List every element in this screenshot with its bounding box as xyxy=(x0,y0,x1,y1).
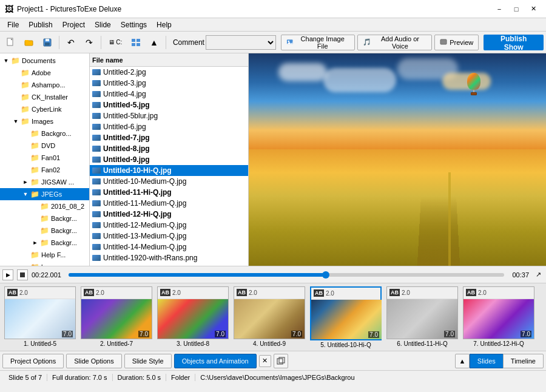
svg-rect-9 xyxy=(132,43,135,46)
sort-button[interactable]: ▲ xyxy=(146,34,163,51)
publish-show-button[interactable]: Publish Show xyxy=(484,35,544,50)
film-duration: 7.0 xyxy=(444,331,455,337)
prev-arrow-button[interactable]: ▲ xyxy=(455,354,470,368)
close-button[interactable]: ✕ xyxy=(525,3,541,15)
view-button[interactable] xyxy=(127,34,144,51)
undo-button[interactable]: ↶ xyxy=(62,34,79,51)
filmstrip-item[interactable]: AB 2.0 7.0 3. Untitled-8 xyxy=(157,286,229,348)
file-item[interactable]: Untitled-6.jpg xyxy=(90,121,248,132)
tree-item-jpegs[interactable]: ▼ 📁 JPEGs xyxy=(0,188,89,200)
file-name: Untitled-5blur.jpg xyxy=(103,112,158,120)
file-item[interactable]: Untitled-10-Hi-Q.jpg xyxy=(90,165,248,176)
maximize-button[interactable]: □ xyxy=(508,3,524,15)
film-thumb-container: AB 2.0 7.0 xyxy=(463,286,534,339)
file-item[interactable]: Untitled-8.jpg xyxy=(90,143,248,154)
progress-bar[interactable] xyxy=(69,273,504,277)
save-button[interactable] xyxy=(39,34,56,51)
file-item[interactable]: Untitled-12-Hi-Q.jpg xyxy=(90,209,248,220)
film-thumb: 7.0 xyxy=(311,300,382,339)
filmstrip-item[interactable]: AB 2.0 7.0 4. Untitled-9 xyxy=(233,286,306,348)
menu-settings[interactable]: Settings xyxy=(116,19,152,30)
tree-item-backgro[interactable]: 📁 Backgro... xyxy=(0,127,89,140)
film-thumb: 7.0 xyxy=(463,299,534,339)
toolbar: ↶ ↷ 🖥 C: ▲ Comment Change Image File 🎵 A… xyxy=(0,32,546,53)
film-num: 2.0 xyxy=(172,289,181,296)
film-thumb-container: AB 2.0 7.0 xyxy=(81,286,152,339)
filmstrip-scroll[interactable]: AB 2.0 7.0 1. Untitled-5 AB 2.0 7.0 2. U… xyxy=(4,286,542,348)
menu-project[interactable]: Project xyxy=(58,19,90,30)
filmstrip-item[interactable]: AB 2.0 7.0 7. Untitled-12-Hi-Q xyxy=(462,286,535,348)
svg-rect-3 xyxy=(25,40,29,41)
tree-item-fan01[interactable]: 📁 Fan01 xyxy=(0,152,89,164)
minimize-button[interactable]: − xyxy=(491,3,507,15)
tree-item-jigsaw[interactable]: ► 📁 JIGSAW ... xyxy=(0,176,89,188)
file-item[interactable]: Untitled-5blur.jpg xyxy=(90,110,248,121)
file-tree-panel[interactable]: ▼ 📁 Documents 📁 Adobe 📁 Ashampo... 📁 CK_… xyxy=(0,53,90,266)
file-item[interactable]: Untitled-10-Medium-Q.jpg xyxy=(90,176,248,187)
menu-bar: File Publish Project Slide Settings Help xyxy=(0,18,546,32)
tree-item-helpf[interactable]: 📁 Help F... xyxy=(0,249,89,261)
objects-animation-button[interactable]: Objects and Animation xyxy=(174,354,257,368)
project-options-button[interactable]: Project Options xyxy=(2,354,64,368)
file-list-panel[interactable]: File name Untitled-2.jpgUntitled-3.jpgUn… xyxy=(90,53,249,266)
tree-item-loan[interactable]: 📁 loan xyxy=(0,261,89,266)
file-item[interactable]: Untitled-12-Medium-Q.jpg xyxy=(90,220,248,231)
slide-style-button[interactable]: Slide Style xyxy=(124,354,172,368)
file-item[interactable]: Untitled-1920-with-tRans.png xyxy=(90,252,248,263)
expand-button[interactable]: ↗ xyxy=(533,269,544,280)
filmstrip-item[interactable]: AB 2.0 7.0 2. Untitled-7 xyxy=(80,286,153,348)
film-duration: 7.0 xyxy=(215,331,226,337)
file-item[interactable]: Untitled-4.jpg xyxy=(90,89,248,100)
menu-help[interactable]: Help xyxy=(152,19,177,30)
duplicate-button[interactable] xyxy=(274,354,288,368)
filmstrip-item[interactable]: AB 2.0 7.0 6. Untitled-11-Hi-Q xyxy=(386,286,459,348)
file-icon xyxy=(92,69,101,75)
tree-item-2016[interactable]: 📁 2016_08_2 xyxy=(0,200,89,212)
film-label: 2. Untitled-7 xyxy=(100,340,133,347)
file-item[interactable]: Untitled-2.jpg xyxy=(90,67,248,78)
file-item[interactable]: Untitled-13-Medium-Q.jpg xyxy=(90,231,248,242)
menu-publish[interactable]: Publish xyxy=(24,19,57,30)
open-button[interactable] xyxy=(21,34,38,51)
svg-rect-16 xyxy=(279,357,285,363)
film-header: AB 2.0 xyxy=(81,287,152,299)
file-item[interactable]: Untitled-9.jpg xyxy=(90,154,248,165)
file-item[interactable]: Untitled-11-Medium-Q.jpg xyxy=(90,198,248,209)
filmstrip-item[interactable]: AB 2.0 7.0 1. Untitled-5 xyxy=(4,286,76,348)
timeline-button[interactable]: Timeline xyxy=(503,354,544,368)
close-tab-button[interactable]: ✕ xyxy=(259,355,271,367)
file-item[interactable]: Untitled-3.jpg xyxy=(90,78,248,89)
stop-button[interactable] xyxy=(17,269,28,280)
comment-input[interactable] xyxy=(206,35,276,50)
file-icon xyxy=(92,222,101,228)
redo-button[interactable]: ↷ xyxy=(81,34,98,51)
film-label: 6. Untitled-11-Hi-Q xyxy=(397,340,447,347)
tree-item-images[interactable]: ▼ 📁 Images xyxy=(0,115,89,127)
tree-item-cyberlink[interactable]: 📁 CyberLink xyxy=(0,103,89,115)
slides-button[interactable]: Slides xyxy=(470,354,504,368)
change-image-button[interactable]: Change Image File xyxy=(281,35,355,50)
tree-item-backgr3[interactable]: ► 📁 Backgr... xyxy=(0,237,89,249)
menu-slide[interactable]: Slide xyxy=(90,19,116,30)
tree-item-ck[interactable]: 📁 CK_Installer xyxy=(0,91,89,103)
preview-button[interactable]: Preview xyxy=(434,35,479,50)
filmstrip-item[interactable]: AB 2.0 7.0 5. Untitled-10-Hi-Q xyxy=(309,286,382,348)
drive-button[interactable]: 🖥 C: xyxy=(104,34,126,51)
tree-item-documents[interactable]: ▼ 📁 Documents xyxy=(0,55,89,67)
tree-item-adobe[interactable]: 📁 Adobe xyxy=(0,67,89,79)
file-item[interactable]: Untitled-7.jpg xyxy=(90,132,248,143)
file-item[interactable]: Untitled-5.jpg xyxy=(90,100,248,110)
play-button[interactable]: ▶ xyxy=(2,269,13,280)
tree-item-dvd[interactable]: 📁 DVD xyxy=(0,140,89,152)
menu-file[interactable]: File xyxy=(2,19,24,30)
tree-item-backgr2[interactable]: 📁 Backgr... xyxy=(0,225,89,237)
add-audio-button[interactable]: 🎵 Add Audio or Voice xyxy=(357,35,432,50)
file-item[interactable]: Untitled-11-Hi-Q.jpg xyxy=(90,187,248,198)
new-button[interactable] xyxy=(2,34,19,51)
tree-item-fan02[interactable]: 📁 Fan02 xyxy=(0,164,89,176)
slide-options-button[interactable]: Slide Options xyxy=(66,354,121,368)
file-item[interactable]: Untitled-14-Medium-Q.jpg xyxy=(90,242,248,252)
file-icon xyxy=(92,255,101,261)
tree-item-backgr1[interactable]: 📁 Backgr... xyxy=(0,212,89,225)
tree-item-ashampo[interactable]: 📁 Ashampo... xyxy=(0,79,89,91)
